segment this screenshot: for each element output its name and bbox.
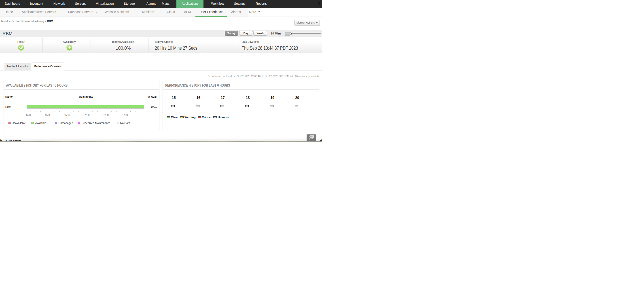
svg-text:14:00: 14:00: [26, 114, 32, 117]
svg-text:16:00: 16:00: [64, 114, 70, 117]
svg-text:18:00: 18:00: [102, 114, 108, 117]
svg-text:15:00: 15:00: [45, 114, 51, 117]
svg-text:19:00: 19:00: [121, 114, 128, 117]
svg-text:17:00: 17:00: [83, 114, 90, 117]
